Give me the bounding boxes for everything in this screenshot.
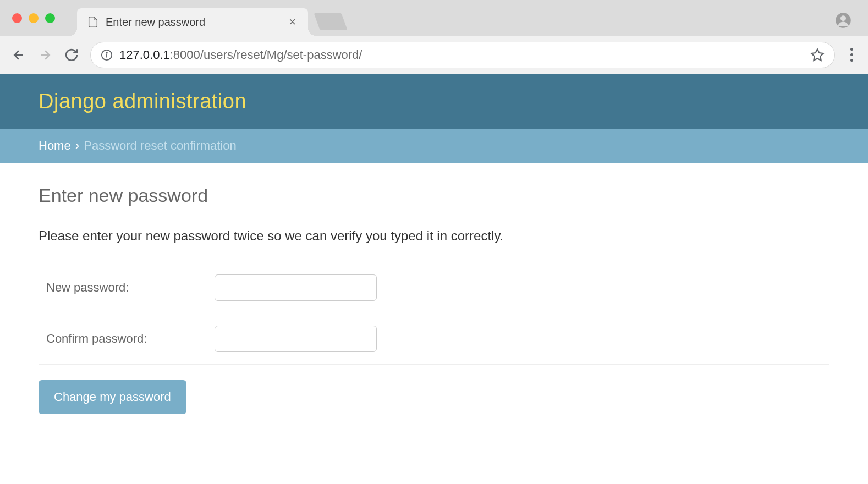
site-title: Django administration bbox=[39, 90, 829, 113]
new-tab-button[interactable] bbox=[314, 13, 348, 30]
django-header: Django administration bbox=[0, 74, 868, 129]
back-button[interactable] bbox=[11, 47, 26, 63]
new-password-input[interactable] bbox=[215, 274, 377, 301]
page-content: Enter new password Please enter your new… bbox=[0, 163, 868, 436]
forward-button[interactable] bbox=[37, 47, 53, 63]
submit-row: Change my password bbox=[39, 380, 829, 414]
confirm-password-label: Confirm password: bbox=[39, 332, 215, 346]
file-icon bbox=[87, 16, 99, 28]
tab-close-button[interactable]: × bbox=[287, 15, 298, 29]
profile-icon[interactable] bbox=[835, 12, 851, 29]
url-bar[interactable]: 127.0.0.1:8000/users/reset/Mg/set-passwo… bbox=[90, 42, 835, 68]
reload-button[interactable] bbox=[64, 47, 79, 63]
tab-title: Enter new password bbox=[106, 16, 287, 29]
bookmark-star-icon[interactable] bbox=[810, 48, 825, 62]
breadcrumb-home-link[interactable]: Home bbox=[39, 139, 71, 152]
browser-toolbar: 127.0.0.1:8000/users/reset/Mg/set-passwo… bbox=[0, 36, 868, 74]
svg-point-4 bbox=[106, 52, 107, 53]
breadcrumb: Home › Password reset confirmation bbox=[0, 129, 868, 163]
site-info-icon[interactable] bbox=[101, 49, 113, 61]
confirm-password-row: Confirm password: bbox=[39, 314, 829, 365]
window-minimize-button[interactable] bbox=[29, 13, 39, 23]
url-text: 127.0.0.1:8000/users/reset/Mg/set-passwo… bbox=[119, 48, 804, 62]
new-password-row: New password: bbox=[39, 270, 829, 314]
page-heading: Enter new password bbox=[39, 185, 829, 206]
browser-menu-button[interactable] bbox=[846, 48, 857, 62]
breadcrumb-separator: › bbox=[75, 139, 79, 152]
breadcrumb-current: Password reset confirmation bbox=[84, 139, 237, 152]
window-close-button[interactable] bbox=[12, 13, 22, 23]
new-password-label: New password: bbox=[39, 280, 215, 295]
url-host: 127.0.0.1 bbox=[119, 48, 170, 62]
browser-tab-bar: Enter new password × bbox=[0, 0, 868, 36]
instructions-text: Please enter your new password twice so … bbox=[39, 228, 829, 244]
confirm-password-input[interactable] bbox=[215, 326, 377, 352]
svg-marker-5 bbox=[811, 49, 823, 61]
window-maximize-button[interactable] bbox=[45, 13, 55, 23]
browser-tab[interactable]: Enter new password × bbox=[77, 8, 308, 36]
url-path: :8000/users/reset/Mg/set-password/ bbox=[170, 48, 362, 62]
svg-point-1 bbox=[840, 15, 846, 21]
window-controls bbox=[12, 13, 55, 23]
change-password-button[interactable]: Change my password bbox=[39, 380, 186, 414]
